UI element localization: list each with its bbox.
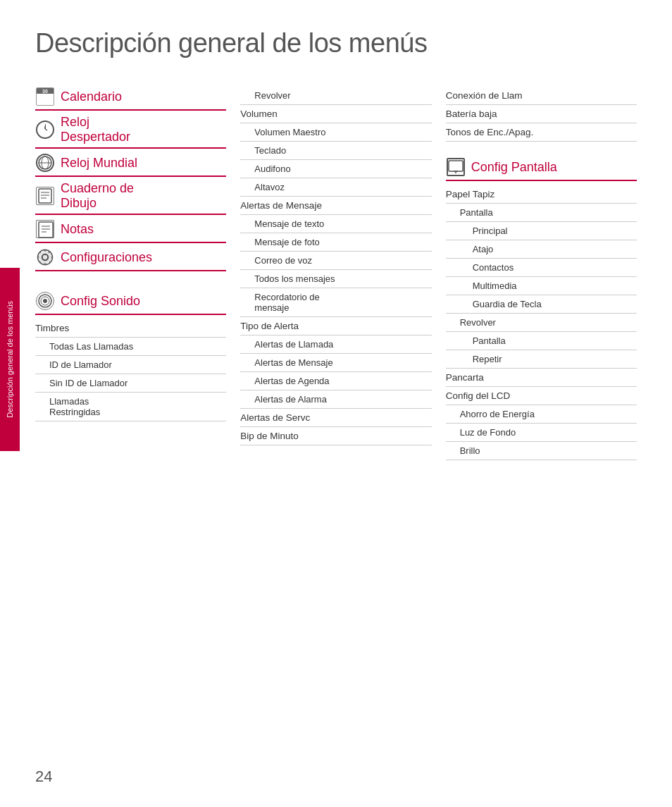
side-tab-text: Descripción general de los menús	[5, 301, 15, 418]
menu-item: Luz de Fondo	[446, 424, 637, 442]
side-tab: Descripción general de los menús	[0, 268, 20, 451]
menu-item: Config del LCD	[446, 387, 637, 405]
menu-item: Papel Tapiz	[446, 185, 637, 204]
menu-item: LlamadasRestringidas	[35, 393, 226, 421]
heading-label: Notas	[61, 222, 94, 237]
heading-label: Calendario	[61, 90, 122, 104]
svg-rect-9	[39, 222, 53, 238]
menu-item: Correo de voz	[240, 252, 431, 270]
notebook-icon	[35, 186, 55, 206]
menu-heading: RelojDespertador	[35, 115, 226, 149]
world-icon	[35, 153, 55, 173]
menu-item: Todas Las Llamadas	[35, 338, 226, 356]
menu-item: Contactos	[446, 259, 637, 277]
heading-label: Configuraciones	[61, 250, 152, 265]
menu-item: Pancarta	[446, 369, 637, 387]
menu-item: Tonos de Enc./Apag.	[446, 123, 637, 142]
heading-label: Cuaderno deDibujo	[61, 181, 134, 211]
heading-label: Config Pantalla	[471, 160, 557, 175]
menu-columns: 30CalendarioRelojDespertadorReloj Mundia…	[35, 87, 637, 460]
menu-heading: Config Sonido	[35, 291, 226, 315]
column-3: Conexión de LlamBatería bajaTonos de Enc…	[446, 87, 637, 460]
notes-icon	[35, 219, 55, 239]
section-gap	[446, 142, 637, 157]
svg-rect-5	[39, 189, 51, 203]
menu-item: Revolver	[446, 314, 637, 332]
menu-heading: Cuaderno deDibujo	[35, 181, 226, 215]
menu-item: Alertas de Alarma	[240, 390, 431, 409]
section-gap	[35, 276, 226, 291]
heading-label: Reloj Mundial	[61, 156, 137, 171]
menu-item: Alertas de Llamada	[240, 335, 431, 354]
svg-rect-18	[449, 161, 463, 171]
menu-item: Pantalla	[446, 332, 637, 350]
menu-item: Pantalla	[446, 204, 637, 222]
menu-item: Ahorro de Energía	[446, 405, 637, 424]
menu-heading: 30Calendario	[35, 87, 226, 111]
calendar-icon: 30	[35, 87, 55, 106]
menu-item: Guardia de Tecla	[446, 295, 637, 314]
menu-item: Mensaje de texto	[240, 215, 431, 233]
menu-item: Audifono	[240, 160, 431, 178]
svg-line-1	[45, 129, 47, 130]
menu-item: Altavoz	[240, 178, 431, 197]
column-2: RevolverVolumenVolumen MaestroTecladoAud…	[240, 87, 445, 445]
menu-item: Sin ID de Llamador	[35, 374, 226, 393]
menu-item: Multimedia	[446, 277, 637, 295]
screen-icon	[446, 157, 466, 177]
menu-item: Brillo	[446, 442, 637, 460]
page-title: Descripción general de los menús	[35, 28, 637, 58]
menu-heading: Configuraciones	[35, 247, 226, 271]
menu-item: Alertas de Agenda	[240, 372, 431, 390]
menu-item: Volumen Maestro	[240, 123, 431, 142]
menu-heading: Reloj Mundial	[35, 153, 226, 177]
heading-label: RelojDespertador	[61, 115, 130, 144]
menu-item: Mensaje de foto	[240, 233, 431, 252]
menu-item: Alertas de Mensaje	[240, 354, 431, 372]
menu-item: ID de Llamador	[35, 356, 226, 374]
menu-item: Bip de Minuto	[240, 427, 431, 445]
gear-icon	[35, 247, 55, 267]
menu-item: Alertas de Servc	[240, 409, 431, 427]
alarm-icon	[35, 120, 55, 140]
menu-item: Volumen	[240, 105, 431, 123]
menu-heading: Notas	[35, 219, 226, 243]
page-number: 24	[35, 768, 52, 786]
menu-item: Repetir	[446, 350, 637, 369]
menu-heading: Config Pantalla	[446, 157, 637, 181]
sound-icon	[35, 291, 55, 311]
column-1: 30CalendarioRelojDespertadorReloj Mundia…	[35, 87, 240, 421]
menu-item: Principal	[446, 222, 637, 240]
menu-item: Conexión de Llam	[446, 87, 637, 105]
menu-item: Todos los mensajes	[240, 270, 431, 288]
menu-item: Atajo	[446, 240, 637, 259]
menu-item: Tipo de Alerta	[240, 317, 431, 335]
menu-item: Teclado	[240, 142, 431, 160]
menu-item: Recordatorio demensaje	[240, 288, 431, 317]
menu-item: Revolver	[240, 87, 431, 105]
heading-label: Config Sonido	[61, 294, 140, 309]
menu-item: Timbres	[35, 319, 226, 338]
menu-item: Batería baja	[446, 105, 637, 123]
menu-item: Alertas de Mensaje	[240, 197, 431, 215]
svg-point-16	[43, 299, 47, 303]
